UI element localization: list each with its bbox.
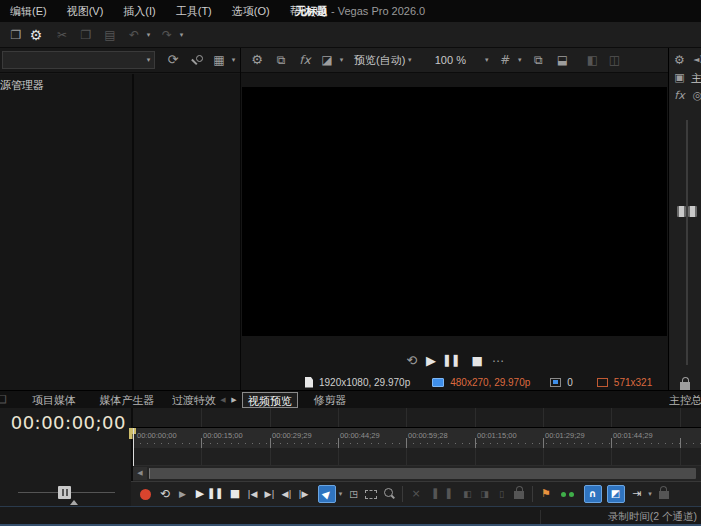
stop-button[interactable]: ■ — [226, 485, 244, 503]
preview-settings-gear-icon[interactable]: ⚙ — [247, 50, 267, 70]
lock-envelopes-button[interactable] — [659, 485, 669, 503]
mixer-speaker-icon[interactable]: ◄) — [691, 52, 701, 68]
preview-stop-icon[interactable]: ■ — [471, 353, 482, 369]
volume-fader-handle[interactable] — [677, 206, 697, 217]
preview-quality-dropdown-icon[interactable]: ▾ — [405, 56, 414, 64]
goto-end-button[interactable]: ▶| — [261, 485, 278, 503]
refresh-icon[interactable]: ⟳ — [163, 50, 183, 70]
explorer-splitter[interactable] — [132, 74, 134, 390]
preview-more-icon[interactable]: ⋯ — [492, 353, 504, 369]
timecode-display[interactable]: 00:00:00;00 — [0, 412, 126, 433]
slide-button[interactable]: ▯ — [493, 485, 510, 503]
preview-transport: ⟲ ▶ ▌▌ ■ ⋯ — [241, 351, 669, 371]
video-display[interactable] — [242, 87, 667, 336]
undo-icon[interactable]: ↶ — [124, 25, 144, 45]
bus-fx-icon[interactable]: fx — [673, 88, 686, 104]
tab-master-bus[interactable]: 主控总线 — [669, 392, 701, 408]
tab-video-preview[interactable]: 视频预览 — [242, 392, 298, 408]
tab-scroll-right-icon[interactable]: ▶ — [229, 392, 239, 408]
zoom-dropdown-icon[interactable]: ▾ — [482, 56, 491, 64]
delete-button[interactable]: × — [407, 485, 425, 503]
fader-lock[interactable] — [680, 376, 690, 390]
address-dropdown-icon[interactable]: ▾ — [144, 56, 153, 64]
auto-ripple-button[interactable]: ⇥ — [628, 485, 646, 503]
zoom-tool-button[interactable] — [382, 487, 396, 501]
split-button[interactable]: ◧ — [459, 485, 476, 503]
play-button[interactable]: ▶ — [191, 485, 209, 503]
menu-edit[interactable]: 编辑(E) — [0, 0, 57, 22]
group-tool-button[interactable]: ◳ — [345, 485, 362, 503]
ruler-label: 00:01:15;00 — [477, 431, 517, 440]
next-frame-button[interactable]: |▶ — [295, 485, 312, 503]
redo-icon[interactable]: ↷ — [157, 25, 177, 45]
play-from-start-button[interactable]: ▶ — [174, 485, 191, 503]
menu-view[interactable]: 视图(V) — [57, 0, 114, 22]
view-mode-icon[interactable]: ▦ — [209, 50, 229, 70]
grid-overlay-icon[interactable]: # — [495, 50, 515, 70]
edit-cursor-line[interactable] — [133, 428, 134, 466]
trim-start-button[interactable]: ▐ — [425, 485, 442, 503]
preview-zoom-level[interactable]: 100 % — [432, 54, 468, 66]
tree-item-resource-manager[interactable]: 资源管理器 — [0, 78, 44, 93]
copy-snapshot-icon[interactable]: ⧉ — [528, 50, 548, 70]
preview-pause-icon[interactable]: ▌▌ — [445, 353, 462, 369]
volume-fader-track[interactable] — [686, 120, 688, 365]
video-fx-icon[interactable]: fx — [295, 50, 315, 70]
tab-transitions[interactable]: 过渡特效 — [172, 392, 216, 408]
address-combobox[interactable]: ▾ — [2, 51, 155, 69]
tab-scroll-left-icon[interactable]: ◀ — [218, 392, 228, 408]
multicam-icon[interactable]: ◫ — [604, 50, 624, 70]
pause-button[interactable]: ▌▌ — [209, 485, 226, 503]
insert-marker-button[interactable]: ⚑ — [537, 485, 555, 503]
properties-gear-icon[interactable]: ⚙ — [26, 25, 46, 45]
copy-icon[interactable]: ❐ — [76, 25, 96, 45]
track-height-handle[interactable] — [58, 486, 71, 499]
tab-project-media[interactable]: 项目媒体 — [24, 392, 84, 408]
preview-quality-label[interactable]: 预览(自动) — [354, 53, 405, 68]
loop-playback-button[interactable]: ⟲ — [156, 485, 174, 503]
normal-edit-tool-button[interactable]: ▶ — [318, 485, 336, 503]
scrollbar-left-button[interactable]: ◀ — [133, 467, 147, 480]
envelope-tool-button[interactable]: ◩ — [607, 485, 625, 503]
tab-media-generators[interactable]: 媒体产生器 — [92, 392, 162, 408]
bus-plugin-icon[interactable]: ◎ — [691, 88, 701, 104]
grid-overlay-dropdown-icon[interactable]: ▾ — [515, 56, 524, 64]
loop-play-icon[interactable]: ⟲ — [406, 353, 417, 369]
cut-icon[interactable]: ✂ — [52, 25, 72, 45]
menu-options[interactable]: 选项(O) — [222, 0, 280, 22]
edit-tool-dropdown-icon[interactable]: ▾ — [336, 490, 345, 498]
marker-bar[interactable] — [133, 408, 701, 428]
record-button[interactable] — [140, 489, 151, 500]
save-snapshot-icon[interactable]: ⬓ — [552, 50, 572, 70]
track-area[interactable] — [133, 448, 701, 466]
mixer-gear-icon[interactable]: ⚙ — [673, 52, 686, 68]
auto-ripple-dropdown-icon[interactable]: ▾ — [646, 490, 655, 498]
tab-trimmer[interactable]: 修剪器 — [308, 392, 352, 408]
scrollbar-thumb[interactable] — [149, 468, 696, 479]
key-icon[interactable] — [189, 53, 203, 67]
menu-insert[interactable]: 插入(I) — [113, 0, 165, 22]
paste-icon[interactable]: ▤ — [100, 25, 120, 45]
external-monitor-icon[interactable]: ⧉ — [271, 50, 291, 70]
trim-end-button[interactable]: ▌ — [442, 485, 459, 503]
prev-frame-button[interactable]: ◀| — [278, 485, 295, 503]
ruler-minor-ticks — [133, 443, 701, 444]
snap-toggle-button[interactable]: ∩ — [584, 485, 602, 503]
track-height-arrow-icon[interactable] — [70, 500, 78, 505]
time-ruler[interactable]: 00:00:00;00 00:00:15;00 00:00:29;29 00:0… — [133, 428, 701, 448]
loop-playback-icon[interactable]: ◧ — [582, 50, 602, 70]
split-screen-dropdown-icon[interactable]: ▾ — [337, 56, 346, 64]
toolbar-separator — [532, 486, 533, 502]
redo-dropdown-icon[interactable]: ▾ — [177, 31, 186, 39]
status-bar: 录制时间(2 个通道) — [0, 506, 701, 526]
menu-tools[interactable]: 工具(T) — [166, 0, 222, 22]
view-mode-dropdown-icon[interactable]: ▾ — [229, 56, 238, 64]
preview-play-icon[interactable]: ▶ — [426, 353, 436, 369]
new-window-icon[interactable]: ❐ — [6, 25, 26, 45]
split-screen-icon[interactable]: ◪ — [317, 50, 337, 70]
slip-button[interactable]: ◨ — [476, 485, 493, 503]
event-lock-button[interactable] — [514, 485, 524, 503]
goto-start-button[interactable]: |◀ — [244, 485, 261, 503]
undo-dropdown-icon[interactable]: ▾ — [144, 31, 153, 39]
selection-tool-button[interactable] — [365, 490, 377, 499]
